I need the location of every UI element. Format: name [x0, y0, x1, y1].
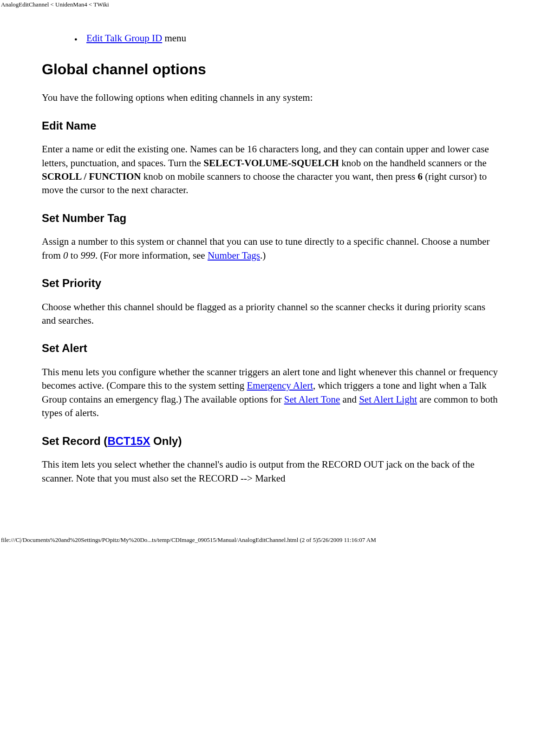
text-span: . (For more information, see [95, 250, 208, 261]
page-title: Global channel options [42, 59, 499, 80]
bct15x-link[interactable]: BCT15X [107, 435, 150, 447]
bold-span: SELECT-VOLUME-SQUELCH [203, 157, 339, 169]
set-alert-paragraph: This menu lets you configure whether the… [42, 365, 499, 420]
number-tags-link[interactable]: Number Tags [208, 250, 260, 261]
intro-paragraph: You have the following options when edit… [42, 91, 499, 104]
text-span: to [68, 250, 81, 261]
text-span: and [340, 394, 359, 405]
set-record-paragraph: This item lets you select whether the ch… [42, 458, 499, 485]
page-footer: file:///C|/Documents%20and%20Settings/PO… [0, 535, 541, 547]
set-priority-heading: Set Priority [42, 275, 499, 291]
text-span: knob on the handheld scanners or the [339, 157, 487, 169]
text-span: knob on mobile scanners to choose the ch… [141, 171, 418, 182]
list-item-suffix: menu [162, 33, 186, 44]
page-header: AnalogEditChannel < UnidenMan4 < TWiki [0, 0, 541, 8]
set-alert-heading: Set Alert [42, 340, 499, 356]
edit-name-heading: Edit Name [42, 118, 499, 134]
bold-span: 6 [418, 171, 423, 182]
main-content: Edit Talk Group ID menu Global channel o… [0, 8, 541, 535]
set-alert-light-link[interactable]: Set Alert Light [359, 394, 417, 405]
emergency-alert-link[interactable]: Emergency Alert [247, 380, 313, 391]
bold-span: SCROLL / FUNCTION [42, 171, 141, 182]
set-number-tag-heading: Set Number Tag [42, 210, 499, 226]
text-span: .) [260, 250, 266, 261]
italic-span: 0 [63, 250, 68, 261]
text-span: Only) [150, 435, 182, 447]
text-span: Set Record ( [42, 435, 107, 447]
top-bullet-list: Edit Talk Group ID menu [42, 32, 499, 45]
set-number-tag-paragraph: Assign a number to this system or channe… [42, 235, 499, 262]
edit-name-paragraph: Enter a name or edit the existing one. N… [42, 143, 499, 197]
list-item: Edit Talk Group ID menu [74, 32, 499, 45]
edit-talk-group-id-link[interactable]: Edit Talk Group ID [86, 33, 162, 44]
italic-span: 999 [80, 250, 95, 261]
set-alert-tone-link[interactable]: Set Alert Tone [284, 394, 340, 405]
set-record-heading: Set Record (BCT15X Only) [42, 433, 499, 449]
set-priority-paragraph: Choose whether this channel should be fl… [42, 300, 499, 328]
